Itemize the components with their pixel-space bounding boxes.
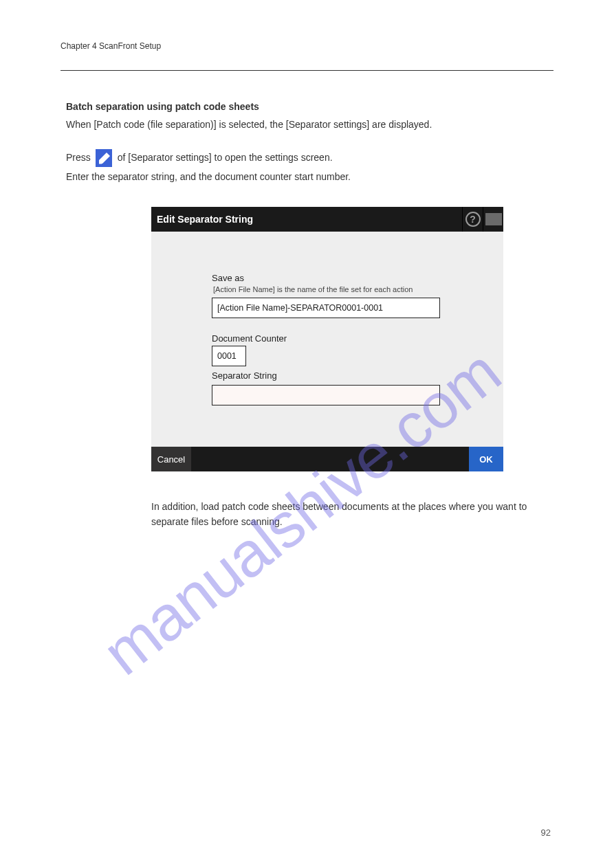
section-title: Batch separation using patch code sheets: [61, 101, 553, 112]
svg-rect-10: [492, 217, 494, 219]
svg-rect-5: [492, 214, 494, 216]
svg-rect-15: [498, 220, 500, 222]
svg-rect-9: [490, 217, 492, 219]
svg-rect-3: [487, 214, 489, 216]
svg-rect-1: [99, 163, 102, 164]
edit-icon: [96, 149, 112, 167]
svg-rect-7: [498, 214, 500, 216]
save-as-input[interactable]: [Action File Name]-SEPARATOR0001-0001: [212, 298, 440, 318]
dialog-titlebar: Edit Separator String ?: [151, 207, 503, 232]
svg-rect-14: [490, 220, 497, 222]
svg-rect-6: [495, 214, 497, 216]
sep-string-input[interactable]: [212, 385, 440, 405]
svg-rect-13: [487, 220, 489, 222]
svg-rect-11: [495, 217, 497, 219]
divider: [61, 70, 553, 71]
dialog-body: Save as [Action File Name] is the name o…: [151, 232, 503, 447]
cancel-button[interactable]: Cancel: [151, 447, 191, 471]
intro-text: When [Patch code (file separation)] is s…: [61, 119, 553, 130]
edit-line-prefix: Press: [66, 152, 91, 163]
help-icon: ?: [465, 212, 481, 227]
svg-rect-12: [498, 217, 500, 219]
doc-counter-label: Document Counter: [212, 333, 443, 344]
doc-counter-input[interactable]: 0001: [212, 346, 246, 366]
save-as-label: Save as: [212, 273, 443, 283]
dialog-footer: Cancel OK: [151, 447, 503, 471]
note-line: Enter the separator string, and the docu…: [61, 171, 553, 182]
ok-button[interactable]: OK: [469, 447, 503, 471]
after-text: In addition, load patch code sheets betw…: [151, 499, 536, 530]
svg-rect-8: [487, 217, 489, 219]
keyboard-icon: [485, 213, 502, 225]
keyboard-button[interactable]: [483, 207, 503, 232]
page-header: Chapter 4 ScanFront Setup: [61, 41, 553, 51]
help-button[interactable]: ?: [462, 207, 483, 232]
sep-string-label: Separator String: [212, 370, 443, 381]
page-number: 92: [541, 827, 551, 838]
edit-separator-dialog: Edit Separator String ?: [151, 207, 503, 471]
dialog-title: Edit Separator String: [157, 214, 253, 225]
edit-line-suffix: of [Separator settings] to open the sett…: [118, 152, 333, 163]
save-as-sublabel: [Action File Name] is the name of the fi…: [212, 285, 443, 293]
svg-rect-4: [490, 214, 492, 216]
svg-marker-0: [99, 153, 110, 164]
